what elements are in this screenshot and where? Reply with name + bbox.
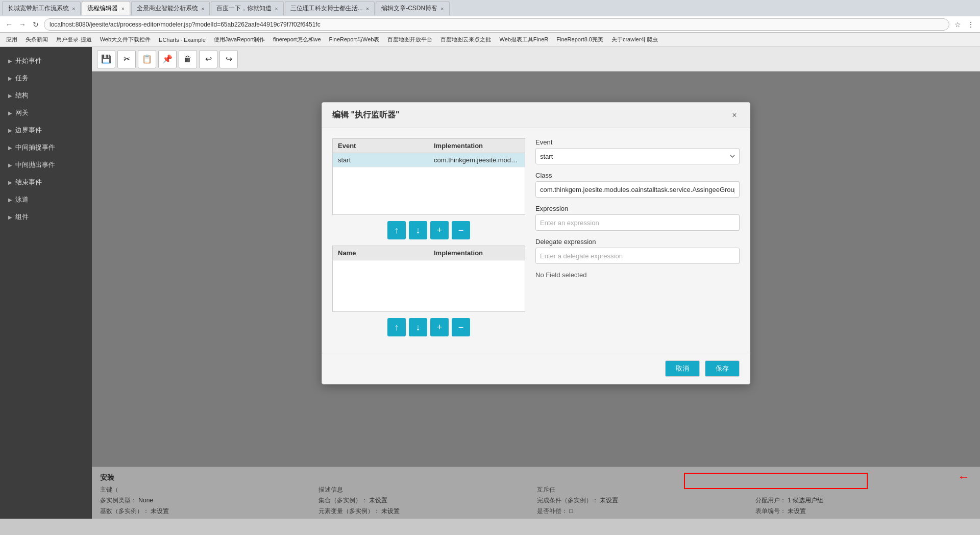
class-input[interactable] <box>535 181 740 198</box>
modal-left-panel: Event Implementation start com.thinkgem.… <box>332 138 525 343</box>
sidebar-arrow-icon: ▶ <box>8 93 12 99</box>
table2-controls: ↑ ↓ + − <box>332 318 525 336</box>
cancel-button[interactable]: 取消 <box>665 360 700 377</box>
sidebar-item-task[interactable]: ▶ 任务 <box>0 69 92 87</box>
sidebar-item-start-event[interactable]: ▶ 开始事件 <box>0 52 92 69</box>
table1-remove-button[interactable]: − <box>452 221 470 239</box>
undo-tool-button[interactable]: ↩ <box>199 50 217 68</box>
tab-close-icon[interactable]: × <box>275 6 278 12</box>
cut-tool-button[interactable]: ✂ <box>117 50 136 68</box>
bookmark-baidumap[interactable]: 百度地图开放平台 <box>385 35 434 44</box>
sidebar-arrow-icon: ▶ <box>8 145 12 151</box>
bookmark-crawler[interactable]: 关于crawler4j 爬虫 <box>609 35 660 44</box>
tab-close-icon[interactable]: × <box>440 6 444 12</box>
bookmark-login[interactable]: 用户登录-捷道 <box>54 35 94 44</box>
sidebar: ▶ 开始事件 ▶ 任务 ▶ 结构 ▶ 网关 ▶ 边界事件 ▶ 中间捕捉事件 ▶ … <box>0 47 92 519</box>
bookmark-apps[interactable]: 应用 <box>4 35 19 44</box>
sidebar-arrow-icon: ▶ <box>8 162 12 168</box>
canvas-area: 安装 主键（ 描述信息 互斥任 多实例类型： None 集合（多实例）： 未设置… <box>92 71 980 519</box>
sidebar-arrow-icon: ▶ <box>8 180 12 185</box>
sidebar-item-label: 网关 <box>15 108 29 117</box>
menu-icon[interactable]: ⋮ <box>966 19 976 30</box>
sidebar-item-gateway[interactable]: ▶ 网关 <box>0 104 92 121</box>
col-event: Event <box>333 139 429 153</box>
tab-close-icon[interactable]: × <box>366 6 369 12</box>
sidebar-arrow-icon: ▶ <box>8 58 12 64</box>
copy-tool-button[interactable]: 📋 <box>138 50 156 68</box>
modal-close-button[interactable]: × <box>729 110 740 120</box>
bookmark-javareport[interactable]: 使用JavaReport制作 <box>212 35 267 44</box>
bookmark-baidumap2[interactable]: 百度地图云来点之批 <box>438 35 493 44</box>
main-content: ▶ 开始事件 ▶ 任务 ▶ 结构 ▶ 网关 ▶ 边界事件 ▶ 中间捕捉事件 ▶ … <box>0 47 980 519</box>
modal-dialog: 编辑 "执行监听器" × Event Implementation <box>322 102 750 384</box>
bookmark-echarts[interactable]: ECharts · Example <box>157 36 208 44</box>
table2-remove-button[interactable]: − <box>452 318 470 336</box>
no-field-text: No Field selected <box>535 271 740 279</box>
sidebar-item-end-event[interactable]: ▶ 结束事件 <box>0 174 92 191</box>
tab-label: 长城宽带新工作流系统 <box>8 4 69 13</box>
event-field-label: Event <box>535 138 740 146</box>
tab-changcheng[interactable]: 长城宽带新工作流系统 × <box>2 1 81 15</box>
modal-overlay: 编辑 "执行监听器" × Event Implementation <box>92 71 980 519</box>
table2-header: Name Implementation <box>333 246 525 260</box>
sidebar-item-label: 开始事件 <box>15 56 42 65</box>
forward-button[interactable]: → <box>17 19 28 30</box>
bookmark-webform[interactable]: Web报表工具FineR <box>497 35 550 44</box>
col-implementation2: Implementation <box>429 246 525 260</box>
tab-label: 三位理工科女博士都生活... <box>290 4 363 13</box>
sidebar-item-catch[interactable]: ▶ 中间捕捉事件 <box>0 139 92 156</box>
class-field-group: Class <box>535 172 740 198</box>
tab-floweditor[interactable]: 流程编辑器 × <box>82 1 130 15</box>
sidebar-item-throw[interactable]: ▶ 中间抛出事件 <box>0 156 92 174</box>
bookmark-news[interactable]: 头条新闻 <box>23 35 50 44</box>
save-button[interactable]: 保存 <box>705 360 740 377</box>
expression-input[interactable] <box>535 214 740 231</box>
event-select[interactable]: start end take <box>535 148 740 164</box>
sidebar-arrow-icon: ▶ <box>8 197 12 203</box>
sidebar-item-label: 任务 <box>15 74 29 83</box>
save-tool-button[interactable]: 💾 <box>97 50 115 68</box>
table1-down-button[interactable]: ↓ <box>409 221 427 239</box>
bookmark-webfile[interactable]: Web大文件下载控件 <box>98 35 153 44</box>
field-injection-table: Name Implementation <box>332 246 525 312</box>
modal-header: 编辑 "执行监听器" × <box>322 103 750 128</box>
tab-label: 全景商业智能分析系统 <box>137 4 198 13</box>
table2-up-button[interactable]: ↑ <box>387 318 406 336</box>
refresh-button[interactable]: ↻ <box>31 19 41 30</box>
delegate-expression-input[interactable] <box>535 248 740 264</box>
sidebar-item-boundary[interactable]: ▶ 边界事件 <box>0 121 92 139</box>
url-input[interactable] <box>44 18 949 31</box>
class-field-label: Class <box>535 172 740 179</box>
modal-footer: 取消 保存 <box>322 353 750 384</box>
back-button[interactable]: ← <box>4 19 14 30</box>
table-row[interactable]: start com.thinkgem.jeesite.modules.oains… <box>333 153 525 167</box>
paste-tool-button[interactable]: 📌 <box>158 50 177 68</box>
tab-baidu[interactable]: 百度一下，你就知道 × <box>211 1 283 15</box>
tab-close-icon[interactable]: × <box>72 6 75 12</box>
tab-quanjing[interactable]: 全景商业智能分析系统 × <box>131 1 210 15</box>
address-bar: ← → ↻ ☆ ⋮ <box>0 16 980 33</box>
tab-close-icon[interactable]: × <box>121 6 124 12</box>
bookmark-finereport1[interactable]: finereport怎么和we <box>271 35 323 44</box>
sidebar-item-label: 泳道 <box>15 195 29 204</box>
star-icon[interactable]: ☆ <box>952 19 963 30</box>
tab-csdn[interactable]: 编辑文章-CSDN博客 × <box>376 1 449 15</box>
redo-tool-button[interactable]: ↪ <box>219 50 238 68</box>
tab-swei[interactable]: 三位理工科女博士都生活... × <box>285 1 375 15</box>
bookmark-finereport2[interactable]: FineReport与Web表 <box>327 35 382 44</box>
table1-add-button[interactable]: + <box>430 221 449 239</box>
table2-add-button[interactable]: + <box>430 318 449 336</box>
sidebar-item-swimlane[interactable]: ▶ 泳道 <box>0 191 92 208</box>
table2-down-button[interactable]: ↓ <box>409 318 427 336</box>
sidebar-item-label: 结构 <box>15 91 29 100</box>
tab-close-icon[interactable]: × <box>201 6 204 12</box>
table1-up-button[interactable]: ↑ <box>387 221 406 239</box>
sidebar-arrow-icon: ▶ <box>8 76 12 81</box>
sidebar-item-component[interactable]: ▶ 组件 <box>0 208 92 226</box>
bookmark-fine8[interactable]: FineReport8.0完美 <box>554 35 605 44</box>
expression-field-label: Expression <box>535 205 740 212</box>
delete-tool-button[interactable]: 🗑 <box>179 50 197 68</box>
red-annotation-box <box>684 473 868 489</box>
delegate-expression-field-label: Delegate expression <box>535 238 740 246</box>
sidebar-item-structure[interactable]: ▶ 结构 <box>0 87 92 104</box>
